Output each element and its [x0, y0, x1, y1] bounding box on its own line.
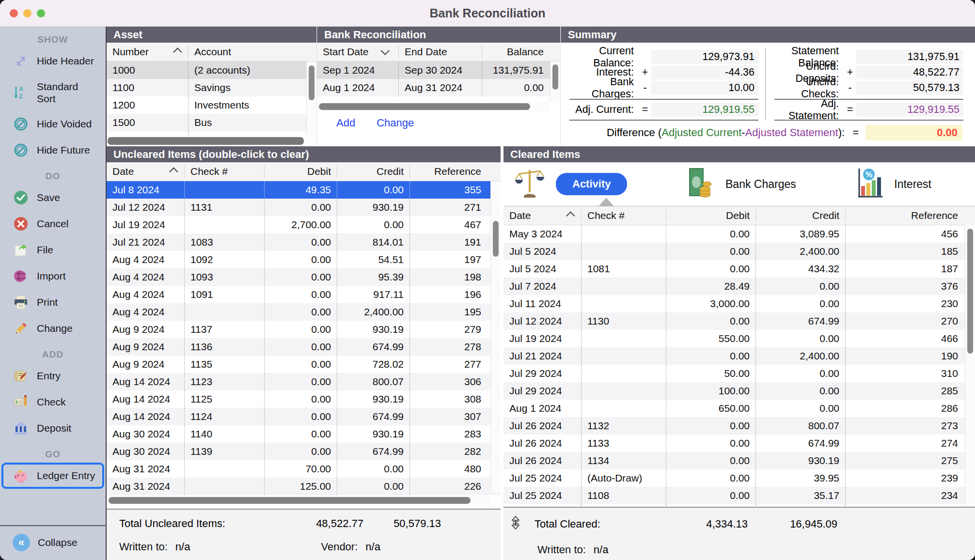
- table-row[interactable]: Aug 4 202410930.0095.39198: [107, 268, 501, 286]
- recon-vertical-scrollbar[interactable]: [550, 62, 560, 102]
- sidebar-item-standard-sort[interactable]: AZ Standard Sort: [0, 74, 106, 111]
- column-header-check[interactable]: Check #: [581, 209, 666, 222]
- tab-interest[interactable]: Interest: [894, 178, 931, 191]
- table-row[interactable]: Jul 11 20243,000.000.00230: [503, 295, 975, 312]
- table-row[interactable]: Aug 31 202470.000.00480: [107, 460, 501, 478]
- sidebar-item-print[interactable]: Print: [0, 289, 106, 315]
- cleared-panel-title: Cleared Items: [503, 146, 975, 162]
- column-header-debit[interactable]: Debit: [264, 165, 337, 178]
- table-row[interactable]: Aug 30 202411400.00930.19283: [107, 425, 501, 443]
- table-row[interactable]: Jul 12 202411300.00674.99270: [503, 312, 975, 330]
- table-row[interactable]: Jul 19 2024550.000.00466: [503, 330, 975, 347]
- table-cell: Aug 4 2024: [107, 286, 184, 303]
- table-row[interactable]: Jul 25 2024(Auto-Draw)0.0039.95239: [503, 469, 975, 487]
- sidebar-item-entry[interactable]: Entry: [0, 363, 106, 389]
- table-row[interactable]: Jul 5 202410810.00434.32187: [503, 260, 975, 278]
- table-row[interactable]: Jul 8 202449.350.00355: [107, 181, 501, 199]
- sidebar-item-deposit[interactable]: Deposit: [0, 415, 106, 441]
- table-row[interactable]: Aug 9 202411350.00728.02277: [107, 356, 501, 373]
- table-cell: 3,000.00: [666, 295, 755, 312]
- column-header-reference[interactable]: Reference: [845, 209, 964, 222]
- column-header-balance[interactable]: Balance: [482, 46, 550, 58]
- table-cell: 279: [409, 321, 487, 338]
- table-row[interactable]: 1520Church Buildi: [107, 131, 316, 136]
- table-cell: 0.00: [666, 452, 755, 469]
- recon-horizontal-scrollbar[interactable]: [317, 101, 550, 112]
- table-row[interactable]: 1500Bus: [107, 114, 316, 131]
- cleared-tabs: Activity Bank Charges % Interest: [503, 162, 975, 206]
- asset-vertical-scrollbar[interactable]: [306, 62, 316, 136]
- table-row[interactable]: Aug 1 2024650.000.00286: [503, 400, 975, 417]
- column-header-credit[interactable]: Credit: [755, 209, 845, 222]
- table-cell: May 3 2024: [503, 225, 581, 243]
- sidebar-item-check[interactable]: $ Check: [0, 389, 106, 415]
- sidebar-item-cancel[interactable]: Cancel: [0, 211, 106, 237]
- sidebar-item-hide-voided[interactable]: Hide Voided: [0, 111, 106, 137]
- minimize-window-icon[interactable]: [23, 9, 31, 17]
- table-cell: 930.19: [337, 390, 409, 408]
- column-header-debit[interactable]: Debit: [666, 209, 755, 222]
- table-cell: Aug 4 2024: [107, 303, 184, 321]
- table-row[interactable]: Jul 26 202411320.00800.07273: [503, 417, 975, 435]
- table-row[interactable]: 1200Investments: [107, 96, 316, 114]
- sidebar-item-import[interactable]: Import: [0, 263, 106, 289]
- table-row[interactable]: Aug 30 202411390.00674.99282: [107, 443, 501, 460]
- table-row[interactable]: Jul 26 202411340.00930.19275: [503, 452, 975, 469]
- sidebar-item-change[interactable]: Change: [0, 315, 106, 342]
- table-row[interactable]: Jul 19 20242,700.000.00467: [107, 216, 501, 233]
- table-row[interactable]: Jul 21 20240.002,400.00190: [503, 347, 975, 365]
- table-row[interactable]: Aug 4 202410910.00917.11196: [107, 286, 501, 303]
- column-header-account[interactable]: Account: [188, 46, 306, 58]
- table-row[interactable]: Jul 7 202428.490.00376: [503, 278, 975, 295]
- column-header-date[interactable]: Date: [503, 209, 581, 222]
- column-header-check[interactable]: Check #: [184, 165, 264, 178]
- table-row[interactable]: Jul 12 202411310.00930.19271: [107, 199, 501, 216]
- sidebar-item-hide-header[interactable]: Hide Header: [0, 48, 106, 74]
- column-header-start-date[interactable]: Start Date: [317, 46, 398, 58]
- table-row[interactable]: Aug 9 202411360.00674.99278: [107, 338, 501, 356]
- table-row[interactable]: 1000(2 accounts): [107, 62, 316, 79]
- table-row[interactable]: 1100Savings: [107, 79, 316, 96]
- tab-bank-charges[interactable]: Bank Charges: [725, 178, 796, 191]
- table-row[interactable]: Aug 14 202411240.00674.99307: [107, 408, 501, 425]
- collapse-button[interactable]: « Collapse: [0, 526, 106, 560]
- cleared-vertical-scrollbar[interactable]: [965, 225, 975, 508]
- table-row[interactable]: Aug 1 2024Aug 31 20240.00: [317, 79, 560, 96]
- table-cell: 0.00: [264, 338, 337, 356]
- zoom-window-icon[interactable]: [37, 9, 45, 17]
- uncleared-vertical-scrollbar[interactable]: [490, 181, 501, 492]
- close-window-icon[interactable]: [10, 9, 18, 17]
- table-cell: 95.39: [337, 268, 409, 286]
- cleared-column-headers: Date Check # Debit Credit Reference: [503, 206, 975, 225]
- column-header-credit[interactable]: Credit: [337, 165, 409, 178]
- column-header-end-date[interactable]: End Date: [398, 46, 482, 58]
- table-row[interactable]: Aug 14 202411230.00800.07306: [107, 373, 501, 390]
- add-reconciliation-link[interactable]: Add: [336, 117, 355, 129]
- change-reconciliation-link[interactable]: Change: [377, 117, 414, 129]
- table-row[interactable]: Aug 4 202410920.0054.51197: [107, 251, 501, 268]
- sidebar-item-hide-future[interactable]: Hide Future: [0, 137, 106, 163]
- table-row[interactable]: Aug 4 20240.002,400.00195: [107, 303, 501, 321]
- table-row[interactable]: Aug 14 202411250.00930.19308: [107, 390, 501, 408]
- table-row[interactable]: Sep 1 2024Sep 30 2024131,975.91: [317, 62, 560, 79]
- column-header-number[interactable]: Number: [107, 46, 188, 58]
- table-row[interactable]: Jul 26 202411330.00674.99274: [503, 435, 975, 452]
- table-cell: 0.00: [264, 425, 337, 443]
- sidebar-item-file[interactable]: File: [0, 237, 106, 263]
- uncleared-horizontal-scrollbar[interactable]: [107, 495, 490, 506]
- asset-horizontal-scrollbar[interactable]: [107, 136, 316, 146]
- column-header-reference[interactable]: Reference: [409, 165, 487, 178]
- table-row[interactable]: Jul 29 202450.000.00310: [503, 365, 975, 382]
- sidebar-item-save[interactable]: Save: [0, 185, 106, 211]
- table-row[interactable]: May 3 20240.003,089.95456: [503, 225, 975, 243]
- tab-activity[interactable]: Activity: [556, 173, 627, 195]
- table-row[interactable]: Jul 5 20240.002,400.00185: [503, 243, 975, 260]
- table-row[interactable]: Jul 25 202411080.0035.17234: [503, 487, 975, 504]
- table-row[interactable]: Aug 9 202411370.00930.19279: [107, 321, 501, 338]
- column-header-date[interactable]: Date: [107, 165, 184, 178]
- table-row[interactable]: Jul 21 202410830.00814.01191: [107, 233, 501, 251]
- sidebar-item-ledger-entry[interactable]: Ledger Entry: [1, 463, 104, 489]
- table-cell: Aug 1 2024: [317, 79, 398, 96]
- table-row[interactable]: Aug 31 2024125.000.00226: [107, 478, 501, 495]
- table-row[interactable]: Jul 29 2024100.000.00285: [503, 382, 975, 400]
